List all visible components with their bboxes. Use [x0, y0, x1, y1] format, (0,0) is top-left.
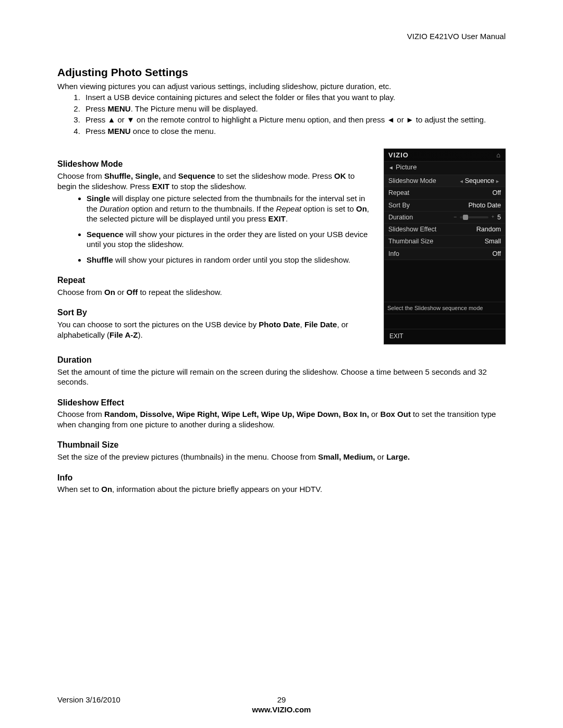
osd-label: Thumbnail Size [388, 237, 433, 245]
osd-value: Random [476, 225, 501, 233]
page-header-right: VIZIO E421VO User Manual [57, 31, 506, 42]
osd-row-duration: Duration – + 5 [384, 212, 505, 224]
left-icon: ◄ [458, 179, 465, 184]
bullet-sequence: Sequence will show your pictures in the … [87, 229, 374, 250]
osd-breadcrumb-label: Picture [396, 163, 417, 171]
sortby-paragraph: You can choose to sort the pictures on t… [57, 319, 374, 340]
page-footer: Version 3/16/2010 29 www.VIZIO.com [57, 695, 506, 705]
duration-paragraph: Set the amount of time the picture will … [57, 367, 506, 387]
osd-value: Photo Date [468, 201, 501, 209]
page-number: 29 [277, 695, 286, 704]
osd-value: Off [493, 250, 501, 258]
osd-row-slideshow-mode: Slideshow Mode ◄Sequence► [384, 175, 505, 187]
osd-duration-slider: – + 5 [453, 213, 501, 221]
back-icon: ◄ [388, 165, 394, 170]
osd-hint: Select the Slideshow sequence mode [384, 302, 505, 314]
osd-row-effect: Slideshow Effect Random [384, 224, 505, 236]
osd-label: Repeat [388, 189, 409, 197]
osd-value: ◄Sequence► [458, 177, 501, 185]
home-icon: ⌂ [496, 151, 501, 160]
osd-row-repeat: Repeat Off [384, 187, 505, 199]
footer-url: www.VIZIO.com [57, 705, 506, 715]
duration-heading: Duration [57, 355, 506, 366]
osd-panel: VIZIO ⌂ ◄Picture Slideshow Mode ◄Sequenc… [384, 149, 506, 344]
osd-spacer [384, 260, 505, 302]
osd-spacer [384, 314, 505, 329]
thumb-heading: Thumbnail Size [57, 440, 506, 451]
osd-row-sortby: Sort By Photo Date [384, 200, 505, 212]
osd-titlebar: VIZIO ⌂ [384, 149, 505, 162]
osd-label: Sort By [388, 201, 410, 209]
repeat-paragraph: Choose from On or Off to repeat the slid… [57, 287, 374, 298]
steps-list: Insert a USB device containing pictures … [72, 92, 506, 136]
step-4: Press MENU once to close the menu. [82, 126, 506, 137]
effect-heading: Slideshow Effect [57, 398, 506, 409]
step-1: Insert a USB device containing pictures … [82, 92, 506, 103]
osd-row-thumb: Thumbnail Size Small [384, 236, 505, 248]
minus-icon: – [453, 214, 458, 220]
osd-exit: EXIT [384, 329, 505, 344]
bullet-shuffle: Shuffle will show your pictures in rando… [87, 255, 374, 265]
osd-label: Slideshow Effect [388, 225, 436, 233]
right-icon: ► [494, 179, 501, 184]
footer-center: 29 www.VIZIO.com [57, 695, 506, 715]
step-2: Press MENU. The Picture menu will be dis… [82, 104, 506, 114]
bullet-single: Single will display one picture selected… [87, 193, 374, 224]
step-3: Press ▲ or ▼ on the remote control to hi… [82, 115, 506, 125]
osd-brand: VIZIO [388, 151, 409, 160]
intro-paragraph: When viewing pictures you can adjust var… [57, 81, 506, 92]
info-heading: Info [57, 473, 506, 484]
slideshow-mode-heading: Slideshow Mode [57, 159, 374, 170]
repeat-heading: Repeat [57, 275, 374, 286]
osd-label: Info [388, 250, 399, 258]
plus-icon: + [491, 214, 495, 220]
thumb-paragraph: Set the size of the preview pictures (th… [57, 452, 506, 462]
osd-breadcrumb: ◄Picture [384, 162, 505, 175]
slideshow-mode-paragraph: Choose from Shuffle, Single, and Sequenc… [57, 171, 374, 191]
sortby-heading: Sort By [57, 307, 374, 318]
effect-paragraph: Choose from Random, Dissolve, Wipe Right… [57, 409, 506, 429]
osd-value: Off [493, 189, 501, 197]
osd-row-info: Info Off [384, 248, 505, 260]
slideshow-mode-bullets: Single will display one picture selected… [76, 193, 374, 265]
osd-value: 5 [497, 213, 501, 221]
osd-label: Slideshow Mode [388, 177, 436, 185]
info-paragraph: When set to On, information about the pi… [57, 484, 506, 495]
page-title: Adjusting Photo Settings [57, 65, 506, 79]
osd-value: Small [485, 237, 501, 245]
osd-label: Duration [388, 213, 413, 221]
